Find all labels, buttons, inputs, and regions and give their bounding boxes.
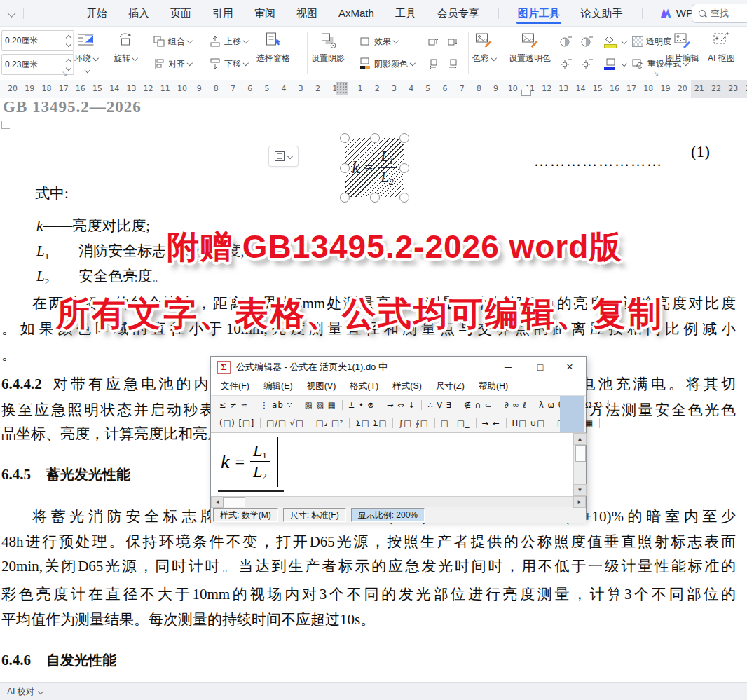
resize-handle-w[interactable] <box>340 163 350 173</box>
picture-width-value: 0.23厘米 <box>5 59 38 71</box>
width-stepper[interactable] <box>67 60 71 70</box>
increase-brightness-button[interactable] <box>559 56 573 71</box>
resize-handle-nw[interactable] <box>340 133 350 143</box>
equation-number: (1) <box>691 143 710 161</box>
ai-cutout-button[interactable]: AI 抠图 <box>708 31 735 64</box>
picture-dialog-launcher[interactable]: ↘ <box>653 70 659 77</box>
template-palette-button[interactable]: (□) [□] <box>214 418 261 428</box>
menu-item[interactable]: 帮助(H) <box>472 380 515 392</box>
symbol-palette-button[interactable]: ≤ ≠ ≈ <box>214 400 254 410</box>
maximize-button[interactable]: □ <box>530 357 551 378</box>
picture-height-field[interactable]: 0.20厘米 <box>1 30 74 51</box>
menu-tab[interactable]: 图片工具 <box>507 0 570 26</box>
symbol-palette-button[interactable]: ∉ ∩ ⊂ <box>458 400 498 410</box>
set-transparent-color-button[interactable]: 设置透明色 <box>509 31 551 64</box>
resize-handle-e[interactable] <box>399 163 409 173</box>
selection-pane-button[interactable]: 选择窗格 <box>256 31 290 64</box>
menu-item[interactable]: 格式(T) <box>343 380 385 392</box>
formula-edit-area[interactable]: k = L1 L2 ▲ ▼ <box>211 433 586 496</box>
symbol-palette-button[interactable]: ± • ⊗ <box>343 400 381 410</box>
template-palette-button[interactable]: □/□ √□ <box>261 418 310 428</box>
size-dialog-launcher[interactable]: ↘ <box>62 70 67 77</box>
template-palette-button[interactable]: □₂ □² <box>310 418 350 428</box>
picture-edit-button[interactable]: 图片编辑 <box>666 31 699 64</box>
minimize-button[interactable]: ─ <box>498 357 519 378</box>
ruler-margin-grip[interactable] <box>336 82 348 95</box>
outline-color-icon <box>604 58 617 70</box>
group-button[interactable]: 组合 <box>153 34 192 49</box>
template-palette-button[interactable]: □¯ □_ <box>435 418 477 428</box>
template-palette-button[interactable]: → ← <box>477 418 507 428</box>
menu-item[interactable]: 尺寸(Z) <box>429 380 472 392</box>
symbol-palette-button[interactable]: ∂ ∞ ℓ <box>498 400 533 410</box>
search-box[interactable]: 查找 <box>692 4 747 23</box>
menu-tab[interactable]: 插入 <box>118 0 160 26</box>
menu-item[interactable]: 样式(S) <box>385 380 429 392</box>
shadow-color-icon <box>359 57 371 70</box>
effects-button[interactable]: 效果 <box>359 34 398 49</box>
symbol-palette-button[interactable]: ⋮ ab ∵ <box>254 400 299 410</box>
rotate-button[interactable]: 旋转 <box>114 31 137 64</box>
shadow-nudge-left-button[interactable] <box>427 56 439 71</box>
height-stepper[interactable] <box>67 36 71 46</box>
move-up-button[interactable]: 上移 <box>209 34 248 49</box>
color-button[interactable]: 色彩 <box>472 31 496 64</box>
fill-color-button[interactable] <box>604 34 626 49</box>
align-button[interactable]: 对齐 <box>153 56 192 71</box>
decrease-brightness-button[interactable] <box>580 56 594 71</box>
shadow-color-button[interactable]: 阴影颜色 <box>359 56 415 71</box>
template-palette-button[interactable]: Σ□ Σ□ <box>350 418 393 428</box>
outline-color-button[interactable] <box>604 56 626 71</box>
status-zoom[interactable]: 显示比例: 200% <box>351 508 425 522</box>
scroll-right-icon[interactable]: ► <box>573 496 586 508</box>
shadow-nudge-up-button[interactable] <box>427 34 439 49</box>
ruler-number: 10 <box>505 84 521 93</box>
shadow-nudge-right-button[interactable] <box>447 56 459 71</box>
menu-tab[interactable]: 视图 <box>286 0 328 26</box>
increase-contrast-button[interactable] <box>559 34 573 49</box>
menu-tab[interactable]: 工具 <box>385 0 427 26</box>
menu-tab[interactable]: 开始 <box>76 0 118 26</box>
resize-handle-ne[interactable] <box>399 133 409 143</box>
menu-tab[interactable]: AxMath <box>328 0 385 26</box>
scroll-down-icon[interactable]: ▼ <box>573 484 587 496</box>
menu-tab[interactable]: 会员专享 <box>427 0 490 26</box>
ai-proofread-button[interactable]: AI 校对 <box>7 686 34 698</box>
symbol-palette-button[interactable]: ▧ ▨ ▦ <box>299 400 343 410</box>
move-down-button[interactable]: 下移 <box>209 56 248 71</box>
formula-editor-title-bar[interactable]: Σ 公式编辑器 - 公式在 活页夹1(1).do 中 ─ □ × <box>211 357 586 378</box>
template-palette-button[interactable]: ∫□ ∮□ <box>393 418 434 428</box>
menu-tab[interactable]: 审阅 <box>244 0 286 26</box>
template-palette-button[interactable]: Π□ ∪□ <box>507 418 551 428</box>
scrollbar-thumb[interactable] <box>223 497 245 507</box>
resize-handle-sw[interactable] <box>340 193 350 203</box>
scroll-up-icon[interactable]: ▲ <box>573 433 587 445</box>
vertical-scrollbar[interactable]: ▲ ▼ <box>573 433 586 496</box>
scrollbar-thumb[interactable] <box>575 445 586 462</box>
menu-item[interactable]: 文件(F) <box>214 380 256 392</box>
quick-access-chevron-icon[interactable] <box>7 8 16 18</box>
wrap-button[interactable]: 环绕 <box>74 31 98 72</box>
layout-options-button[interactable] <box>268 146 299 167</box>
menu-tab[interactable]: 引用 <box>202 0 244 26</box>
selected-equation-object[interactable]: k = L1 L2 <box>345 138 404 197</box>
status-size[interactable]: 尺寸: 标准(F) <box>283 508 346 522</box>
menu-item[interactable]: 编辑(E) <box>256 380 300 392</box>
brightness-decrease-icon <box>580 57 594 70</box>
menu-tab[interactable]: 页面 <box>160 0 202 26</box>
symbol-palette-button[interactable]: ∴ ∀ ∃ <box>422 400 458 410</box>
symbol-palette-button[interactable]: → ⇔ ↓ <box>381 400 422 410</box>
status-style[interactable]: 样式: 数学(M) <box>213 508 278 522</box>
shadow-nudge-down-button[interactable] <box>447 34 459 49</box>
resize-handle-n[interactable] <box>370 133 380 143</box>
decrease-contrast-button[interactable] <box>580 34 594 49</box>
menu-tab[interactable]: 论文助手 <box>570 0 633 26</box>
horizontal-scrollbar[interactable]: ◄ ► <box>211 496 586 507</box>
ruler-number: 7 <box>453 84 470 93</box>
set-shadow-button[interactable]: 设置阴影 <box>311 31 345 64</box>
menu-item[interactable]: 视图(V) <box>300 380 343 392</box>
resize-handle-se[interactable] <box>399 193 409 203</box>
close-button[interactable]: × <box>559 357 580 378</box>
resize-handle-s[interactable] <box>370 193 380 203</box>
scroll-left-icon[interactable]: ◄ <box>211 496 224 508</box>
